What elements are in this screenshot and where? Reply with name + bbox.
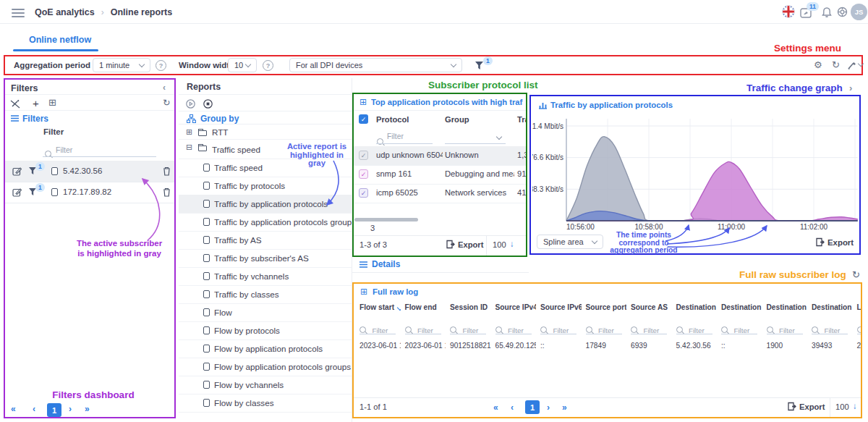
edit-icon[interactable]: [12, 166, 22, 176]
column-header-group[interactable]: Group: [445, 115, 469, 124]
folder-toggle-icon[interactable]: ⊞: [186, 128, 192, 136]
report-item[interactable]: Flow by application protocols: [179, 339, 352, 358]
log-column-filter[interactable]: Filter: [446, 318, 491, 337]
log-column-filter[interactable]: Filter: [582, 318, 627, 337]
details-link[interactable]: Details: [372, 259, 400, 269]
report-item[interactable]: Traffic by protocols: [179, 177, 352, 195]
chart-canvas[interactable]: 488.3 Kbit/s976.6 Kbit/s1.4 Mbit/s10:56:…: [532, 109, 859, 233]
log-column-header[interactable]: Source IPv4-: [491, 298, 537, 318]
log-column-header[interactable]: Destination: [762, 298, 808, 318]
log-column-header[interactable]: Source IPv6-: [536, 298, 582, 318]
filter-row[interactable]: 1 172.17.89.82: [5, 182, 174, 203]
expand-chart-chevron-icon[interactable]: ›: [849, 83, 851, 93]
tab-online-netflow[interactable]: Online netflow: [29, 35, 91, 45]
report-item[interactable]: Traffic by AS: [179, 231, 352, 250]
report-item[interactable]: Flow by protocols: [179, 321, 352, 340]
protocol-table-row[interactable]: ✓ udp unknown 65041 Unknown 1,3: [354, 146, 526, 166]
filters-section-label[interactable]: Filters: [22, 114, 48, 124]
report-item[interactable]: Flow by vchannels: [179, 376, 352, 394]
dpi-devices-select[interactable]: For all DPI devices: [289, 58, 462, 72]
protocol-table-row[interactable]: ✓ snmp 161 Debugging and measu 912: [354, 165, 526, 185]
prev-page-icon[interactable]: ‹: [511, 402, 513, 413]
log-column-filter[interactable]: Filter: [762, 318, 808, 337]
log-column-header[interactable]: Destination: [807, 298, 853, 318]
protocol-table-row[interactable]: ✓ icmp 65025 Network services 41: [354, 184, 526, 203]
page-size-arrow-icon[interactable]: ↓: [853, 402, 857, 410]
user-avatar[interactable]: JS: [851, 4, 867, 20]
row-filter-funnel-icon[interactable]: [29, 188, 36, 195]
add-filter-group-icon[interactable]: ⊞: [48, 98, 56, 106]
sort-chevron-icon[interactable]: [397, 305, 401, 311]
row-checkbox[interactable]: ✓: [359, 169, 368, 179]
log-column-filter[interactable]: Filter: [536, 318, 582, 337]
protocol-filter-input[interactable]: Filter: [387, 132, 404, 140]
collapse-all-icon[interactable]: [203, 99, 213, 109]
log-column-header[interactable]: Source AS: [626, 298, 672, 318]
report-item[interactable]: Traffic by application protocols: [179, 195, 352, 214]
report-item[interactable]: Traffic by classes: [179, 285, 352, 304]
filter-row[interactable]: 1 5.42.30.56: [5, 161, 174, 182]
report-item[interactable]: Flow: [179, 303, 352, 322]
clear-filters-wand-icon[interactable]: [10, 98, 20, 109]
brush-chevron-down-icon[interactable]: [858, 61, 864, 67]
prev-page-icon[interactable]: ‹: [33, 404, 35, 414]
trash-icon[interactable]: [163, 166, 171, 176]
trash-icon[interactable]: [163, 187, 171, 197]
log-column-header[interactable]: Source port: [582, 298, 627, 318]
log-column-header[interactable]: Lo: [853, 298, 861, 318]
refresh-log-icon[interactable]: ↻: [852, 270, 860, 279]
current-page-button[interactable]: 1: [525, 400, 540, 414]
row-filter-funnel-icon[interactable]: [29, 167, 36, 174]
column-header-traffic[interactable]: Tra: [517, 115, 527, 124]
report-item[interactable]: Flow by classes: [179, 394, 352, 413]
refresh-filters-icon[interactable]: ↻: [163, 98, 170, 108]
next-page-icon[interactable]: ›: [547, 402, 549, 413]
breadcrumb-qoe-analytics[interactable]: QoE analytics: [35, 7, 95, 17]
row-checkbox[interactable]: ✓: [359, 151, 368, 160]
last-page-icon[interactable]: »: [85, 404, 89, 414]
brush-icon[interactable]: [847, 61, 857, 70]
first-page-icon[interactable]: «: [493, 402, 498, 413]
log-column-header[interactable]: Flow start: [355, 298, 401, 318]
expand-all-icon[interactable]: [186, 99, 195, 109]
row-checkbox[interactable]: ✓: [359, 188, 368, 198]
collapse-panel-icon[interactable]: ‹: [163, 83, 165, 93]
window-width-select[interactable]: 10: [228, 58, 257, 72]
log-column-header[interactable]: Destination: [672, 298, 718, 318]
log-column-filter[interactable]: Filter: [401, 318, 446, 337]
report-item[interactable]: Traffic by application protocols groups: [179, 213, 352, 232]
log-column-filter[interactable]: Filter: [807, 318, 853, 337]
report-item[interactable]: Traffic by vchannels: [179, 267, 352, 286]
gear-icon[interactable]: ⚙: [814, 60, 822, 69]
aggregation-period-select[interactable]: 1 minute: [93, 58, 150, 72]
edit-icon[interactable]: [12, 187, 22, 197]
last-page-icon[interactable]: »: [562, 402, 566, 413]
chart-type-select[interactable]: Spline area: [537, 235, 603, 249]
log-column-header[interactable]: Session ID: [446, 298, 491, 318]
group-by-link[interactable]: Group by: [200, 114, 239, 124]
window-width-help-icon[interactable]: ?: [263, 60, 273, 71]
support-icon[interactable]: [837, 7, 848, 17]
log-column-filter[interactable]: Filter: [672, 318, 718, 337]
page-size-select[interactable]: 100: [493, 240, 506, 249]
report-item[interactable]: Traffic by subscriber's AS: [179, 249, 352, 268]
export-button[interactable]: Export: [458, 240, 483, 249]
log-column-header[interactable]: Flow end: [401, 298, 446, 318]
folder-toggle-icon[interactable]: ⊟: [186, 143, 192, 151]
log-column-filter[interactable]: Filter: [717, 318, 762, 337]
next-page-icon[interactable]: ›: [69, 404, 71, 414]
column-header-protocol[interactable]: Protocol: [376, 115, 409, 124]
current-page-button[interactable]: 1: [47, 403, 61, 417]
report-folder[interactable]: ⊞ RTT: [179, 124, 352, 140]
log-column-header[interactable]: Destination: [717, 298, 762, 318]
hamburger-menu-icon[interactable]: [12, 7, 25, 20]
log-column-filter[interactable]: Filter: [853, 318, 861, 337]
log-column-filter[interactable]: Filter: [491, 318, 537, 337]
group-filter-dropdown[interactable]: [496, 134, 502, 140]
filter-funnel-icon[interactable]: [475, 62, 483, 69]
log-column-filter[interactable]: Filter: [355, 318, 401, 337]
chart-export-button[interactable]: Export: [827, 238, 854, 247]
select-all-checkbox[interactable]: ✓: [359, 114, 368, 124]
export-button[interactable]: Export: [799, 402, 825, 411]
first-page-icon[interactable]: «: [11, 404, 15, 414]
